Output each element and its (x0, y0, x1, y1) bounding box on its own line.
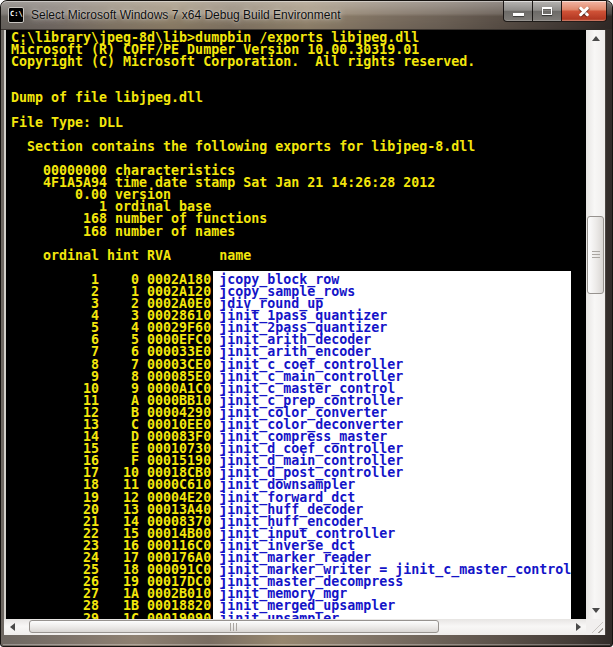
horizontal-scroll-thumb[interactable] (29, 620, 439, 633)
minimize-icon (513, 13, 524, 16)
scroll-up-button[interactable] (586, 30, 605, 47)
title-bar[interactable]: C:\ Select Microsoft Windows 7 x64 Debug… (1, 1, 612, 30)
minimize-button[interactable] (503, 1, 533, 22)
console-window: C:\ Select Microsoft Windows 7 x64 Debug… (0, 0, 613, 647)
triangle-up-icon (592, 36, 600, 41)
app-icon-glyph: C:\ (10, 10, 23, 18)
vertical-scrollbar[interactable] (586, 30, 606, 619)
window-title: Select Microsoft Windows 7 x64 Debug Bui… (31, 1, 340, 30)
window-controls (503, 1, 607, 22)
resize-grip-icon (592, 622, 603, 633)
scroll-right-button[interactable] (570, 619, 586, 635)
scrollbar-corner[interactable] (586, 619, 606, 635)
close-icon (577, 6, 591, 17)
screen: C:\ Select Microsoft Windows 7 x64 Debug… (0, 0, 613, 647)
close-button[interactable] (561, 1, 607, 22)
maximize-icon (542, 7, 552, 15)
export-name: jinit_upsampler (219, 611, 339, 620)
thumb-grip-icon (592, 251, 600, 259)
horizontal-scrollbar[interactable] (4, 619, 586, 635)
triangle-left-icon (10, 623, 15, 631)
console-viewport[interactable]: C:\library\jpeg-8d\lib>dumpbin /exports … (4, 30, 586, 619)
console-output: C:\library\jpeg-8d\lib>dumpbin /exports … (6, 30, 571, 619)
triangle-right-icon (576, 623, 581, 631)
triangle-down-icon (592, 608, 600, 613)
vertical-scroll-thumb[interactable] (587, 216, 604, 294)
maximize-button[interactable] (532, 1, 562, 22)
scroll-left-button[interactable] (4, 619, 20, 635)
scroll-down-button[interactable] (586, 602, 605, 619)
console-app-icon[interactable]: C:\ (8, 7, 24, 23)
thumb-grip-icon (230, 623, 238, 631)
